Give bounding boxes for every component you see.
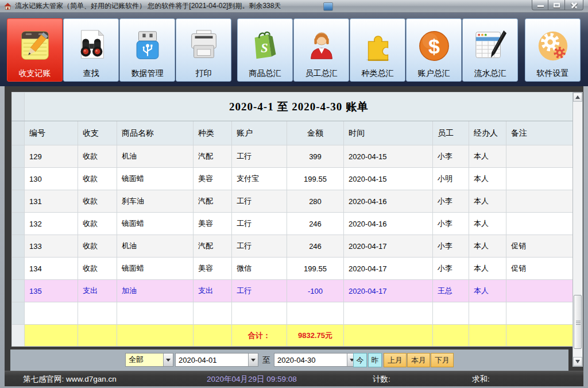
cell-employee[interactable]: 小李 xyxy=(433,190,469,213)
cell-handler[interactable]: 本人 xyxy=(469,258,506,280)
dropdown-arrow-icon[interactable] xyxy=(248,354,258,366)
cell-note[interactable]: 促销 xyxy=(506,235,574,258)
cell-date[interactable]: 2020-04-16 xyxy=(344,190,433,213)
cell-product[interactable]: 机油 xyxy=(117,145,194,168)
cell-employee[interactable]: 王总 xyxy=(433,280,469,302)
cell-product[interactable]: 刹车油 xyxy=(117,190,194,213)
cell-id[interactable] xyxy=(25,302,78,325)
cell-type[interactable]: 收款 xyxy=(78,190,117,213)
cell-product[interactable]: 镜面蜡 xyxy=(117,168,194,190)
col-header-note[interactable]: 备注 xyxy=(506,121,574,145)
cell-id[interactable]: 135 xyxy=(25,280,78,302)
toolbar-button-income-expense[interactable]: 收支记账 xyxy=(7,18,63,82)
cell-handler[interactable]: 本人 xyxy=(469,213,506,235)
cell-account[interactable]: 工行 xyxy=(232,235,287,258)
cell-id[interactable]: 134 xyxy=(25,258,78,280)
cell-handler[interactable]: 本人 xyxy=(469,190,506,213)
col-header-handler[interactable]: 经办人 xyxy=(469,121,506,145)
cell-employee[interactable] xyxy=(433,302,469,325)
minimize-button[interactable] xyxy=(532,0,548,10)
cell-id[interactable]: 131 xyxy=(25,190,78,213)
cell-note[interactable] xyxy=(506,145,574,168)
cell-account[interactable] xyxy=(232,302,287,325)
cell-note[interactable]: 促销 xyxy=(506,258,574,280)
cell-category[interactable]: 支出 xyxy=(194,280,232,302)
cell-amount[interactable] xyxy=(287,302,344,325)
cell-date[interactable]: 2020-04-17 xyxy=(344,258,433,280)
scroll-down-arrow[interactable] xyxy=(573,357,582,366)
cell-type[interactable]: 收款 xyxy=(78,235,117,258)
prev-month-button[interactable]: 上月 xyxy=(384,353,407,367)
toolbar-button-settings[interactable]: 软件设置 xyxy=(525,18,581,82)
cell-product[interactable] xyxy=(117,302,194,325)
col-header-account[interactable]: 账户 xyxy=(232,121,287,145)
cell-note[interactable] xyxy=(506,190,574,213)
cell-account[interactable]: 工行 xyxy=(232,280,287,302)
date-to-picker[interactable]: 2020-04-30 xyxy=(274,353,357,367)
row-selector[interactable] xyxy=(12,280,25,302)
cell-account[interactable]: 微信 xyxy=(232,258,287,280)
cell-type[interactable]: 支出 xyxy=(78,280,117,302)
cell-handler[interactable]: 本人 xyxy=(469,280,506,302)
cell-id[interactable]: 132 xyxy=(25,213,78,235)
col-header-amount[interactable]: 金额 xyxy=(287,121,344,145)
toolbar-button-flow-summary[interactable]: 流水总汇 xyxy=(462,18,518,82)
yesterday-button[interactable]: 昨 xyxy=(368,353,382,367)
cell-note[interactable] xyxy=(506,302,574,325)
cell-handler[interactable]: 本人 xyxy=(469,235,506,258)
cell-account[interactable]: 支付宝 xyxy=(232,168,287,190)
cell-date[interactable]: 2020-04-15 xyxy=(344,168,433,190)
date-from-picker[interactable]: 2020-04-01 xyxy=(175,353,258,367)
cell-employee[interactable]: 小明 xyxy=(433,168,469,190)
cell-amount[interactable]: 280 xyxy=(287,190,344,213)
cell-id[interactable]: 130 xyxy=(25,168,78,190)
cell-type[interactable]: 收款 xyxy=(78,145,117,168)
cell-type[interactable]: 收款 xyxy=(78,168,117,190)
scrollbar-thumb[interactable] xyxy=(574,295,582,349)
cell-note[interactable] xyxy=(506,280,574,302)
cell-date[interactable]: 2020-04-17 xyxy=(344,235,433,258)
col-header-category[interactable]: 种类 xyxy=(194,121,232,145)
cell-id[interactable]: 129 xyxy=(25,145,78,168)
cell-category[interactable]: 汽配 xyxy=(194,235,232,258)
cell-account[interactable]: 工行 xyxy=(232,145,287,168)
cell-date[interactable]: 2020-04-15 xyxy=(344,145,433,168)
cell-id[interactable]: 133 xyxy=(25,235,78,258)
cell-employee[interactable]: 小李 xyxy=(433,235,469,258)
toolbar-button-print[interactable]: 打印 xyxy=(176,18,231,82)
next-month-button[interactable]: 下月 xyxy=(431,353,454,367)
col-header-id[interactable]: 编号 xyxy=(25,121,78,145)
cell-amount[interactable]: 399 xyxy=(287,145,344,168)
row-selector[interactable] xyxy=(12,145,25,168)
cell-type[interactable]: 收款 xyxy=(78,258,117,280)
cell-category[interactable]: 美容 xyxy=(194,168,232,190)
cell-employee[interactable]: 小李 xyxy=(433,145,469,168)
cell-note[interactable] xyxy=(506,168,574,190)
cell-amount[interactable]: 199.55 xyxy=(287,168,344,190)
row-selector[interactable] xyxy=(12,121,25,145)
cell-handler[interactable]: 本人 xyxy=(469,145,506,168)
cell-note[interactable] xyxy=(506,213,574,235)
col-header-date[interactable]: 时间 xyxy=(344,121,433,145)
cell-employee[interactable]: 小李 xyxy=(433,258,469,280)
category-filter-dropdown[interactable]: 全部 xyxy=(125,353,173,367)
row-selector[interactable] xyxy=(12,190,25,213)
cell-type[interactable] xyxy=(78,302,117,325)
cell-account[interactable]: 工行 xyxy=(232,190,287,213)
cell-date[interactable] xyxy=(344,302,433,325)
maximize-button[interactable] xyxy=(548,0,565,10)
toolbar-button-product-summary[interactable]: S 商品总汇 xyxy=(237,18,293,82)
cell-category[interactable] xyxy=(194,302,232,325)
close-button[interactable] xyxy=(565,0,583,10)
cell-date[interactable]: 2020-04-16 xyxy=(344,213,433,235)
toolbar-button-category-summary[interactable]: 种类总汇 xyxy=(350,18,405,82)
cell-category[interactable]: 汽配 xyxy=(194,145,232,168)
toolbar-button-account-summary[interactable]: $ 账户总汇 xyxy=(406,18,462,82)
cell-product[interactable]: 镜面蜡 xyxy=(117,213,194,235)
cell-product[interactable]: 镜面蜡 xyxy=(117,258,194,280)
toolbar-button-search[interactable]: 查找 xyxy=(63,18,119,82)
cell-date[interactable]: 2020-04-17 xyxy=(344,280,433,302)
cell-product[interactable]: 机油 xyxy=(117,235,194,258)
cell-type[interactable]: 收款 xyxy=(78,213,117,235)
row-selector[interactable] xyxy=(12,168,25,190)
